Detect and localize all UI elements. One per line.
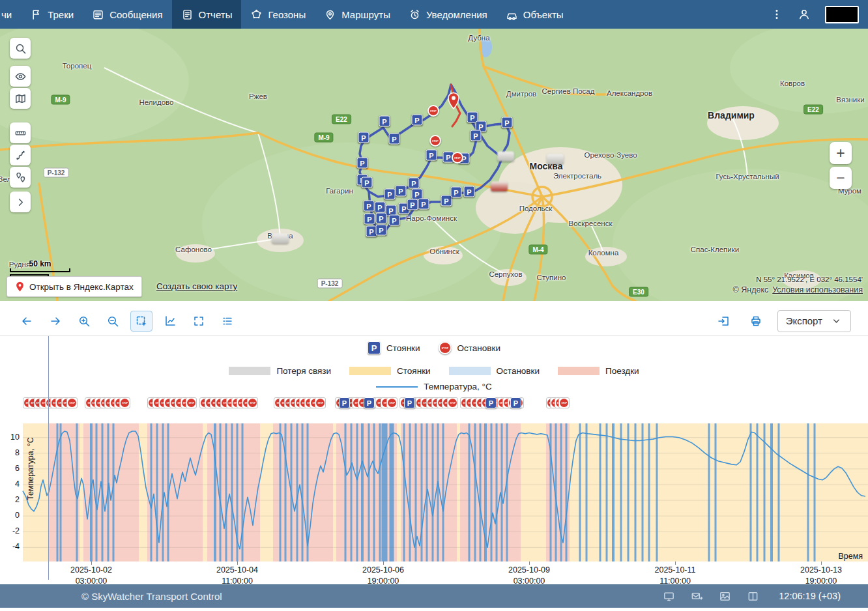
- nav-tab-Сообщения[interactable]: Сообщения: [83, 0, 171, 29]
- strip-parking-icon[interactable]: P: [339, 397, 350, 408]
- parking-marker[interactable]: P: [470, 130, 482, 141]
- map-city-label: Торопец: [63, 62, 92, 70]
- parking-marker[interactable]: P: [379, 116, 390, 127]
- parking-marker[interactable]: P: [426, 150, 437, 161]
- parking-marker[interactable]: P: [407, 199, 418, 210]
- map-zoom-in-button[interactable]: +: [830, 142, 852, 164]
- strip-stop-icon[interactable]: STOP: [247, 397, 258, 408]
- terminal-icon[interactable]: [663, 590, 675, 603]
- parking-marker[interactable]: P: [384, 189, 396, 200]
- parking-marker[interactable]: P: [389, 134, 400, 145]
- stop-marker[interactable]: STOP: [427, 105, 439, 117]
- strip-stop-icon[interactable]: STOP: [66, 397, 78, 408]
- legend-item: STOPОстановки: [439, 341, 500, 354]
- user-icon[interactable]: [798, 8, 811, 21]
- map[interactable]: ДубнаТоропецНелидовоРжевДмитровСергиев П…: [0, 29, 868, 301]
- parking-marker[interactable]: P: [357, 158, 368, 169]
- map-route-button[interactable]: [10, 145, 31, 165]
- parking-marker[interactable]: P: [451, 187, 462, 198]
- map-city-label: Ржев: [249, 92, 267, 100]
- y-tick-label: -4: [4, 542, 20, 551]
- strip-stop-icon[interactable]: STOP: [558, 397, 570, 408]
- parking-marker[interactable]: P: [358, 132, 369, 143]
- pan-left-button[interactable]: [16, 311, 38, 332]
- nav-tab-Отчеты[interactable]: Отчеты: [172, 0, 242, 29]
- open-in-yandex-maps-link[interactable]: Открыть в Яндекс.Картах: [7, 276, 142, 297]
- fit-screen-button[interactable]: [188, 311, 210, 332]
- vehicle-marker[interactable]: [272, 234, 289, 244]
- legend-temperature: Температура, °C: [0, 382, 868, 391]
- temperature-line-swatch: [376, 386, 418, 388]
- mail-export-icon[interactable]: [691, 590, 703, 603]
- parking-marker[interactable]: P: [396, 186, 407, 197]
- parking-marker[interactable]: P: [375, 202, 386, 213]
- export-button[interactable]: Экспорт: [777, 310, 851, 332]
- parking-marker[interactable]: P: [376, 213, 387, 224]
- terms-link[interactable]: Условия использования: [772, 285, 863, 294]
- map-city-label: Орехово-Зуево: [584, 151, 637, 159]
- nav-tab-Треки[interactable]: Треки: [21, 0, 83, 29]
- strip-stop-icon[interactable]: STOP: [315, 397, 326, 408]
- legend-label: Остановки: [457, 343, 500, 353]
- strip-parking-icon[interactable]: P: [364, 397, 375, 408]
- strip-stop-icon[interactable]: STOP: [186, 397, 197, 408]
- more-menu-icon[interactable]: [770, 8, 783, 21]
- vehicle-marker[interactable]: [491, 182, 508, 192]
- parking-marker[interactable]: P: [418, 199, 429, 210]
- stop-marker[interactable]: STOP: [452, 152, 463, 163]
- nav-right: [770, 6, 868, 23]
- nav-tab-чи[interactable]: чи: [0, 0, 21, 29]
- zoom-out-button[interactable]: [102, 311, 124, 332]
- strip-parking-icon[interactable]: P: [510, 397, 521, 408]
- nav-tab-Маршруты[interactable]: Маршруты: [315, 0, 399, 29]
- dock-panel-button[interactable]: [712, 311, 734, 332]
- legend-item: Потеря связи: [229, 366, 331, 376]
- parking-marker[interactable]: P: [364, 214, 375, 225]
- parking-marker[interactable]: P: [389, 215, 400, 226]
- parking-marker[interactable]: P: [364, 201, 375, 212]
- nav-tab-Объекты[interactable]: Объекты: [497, 0, 573, 29]
- table-view-button[interactable]: [216, 311, 239, 332]
- parking-marker[interactable]: P: [362, 177, 373, 188]
- split-view-icon[interactable]: [747, 590, 759, 603]
- nav-tab-Уведомления[interactable]: Уведомления: [399, 0, 497, 29]
- temperature-chart[interactable]: [0, 423, 868, 561]
- zoom-in-button[interactable]: [73, 311, 95, 332]
- legend-bands: Потеря связиСтоянкиОстановкиПоездки: [0, 366, 868, 376]
- create-map-link[interactable]: Создать свою карту: [156, 281, 237, 291]
- map-zoom-out-button[interactable]: −: [830, 167, 852, 189]
- strip-stop-icon[interactable]: STOP: [447, 397, 458, 408]
- map-layers-button[interactable]: [10, 88, 31, 109]
- parking-marker[interactable]: P: [412, 115, 423, 126]
- map-search-button[interactable]: [10, 38, 31, 59]
- chart-cursor-line[interactable]: [48, 336, 49, 580]
- parking-marker[interactable]: P: [376, 225, 387, 236]
- parking-marker[interactable]: P: [502, 117, 513, 128]
- strip-stop-icon[interactable]: STOP: [119, 397, 130, 408]
- footer-clock: 12:06:19 (+03): [779, 591, 841, 601]
- strip-parking-icon[interactable]: P: [404, 397, 415, 408]
- select-area-button[interactable]: [130, 311, 152, 332]
- legend-swatch: [229, 367, 270, 375]
- parking-marker[interactable]: P: [464, 186, 475, 197]
- print-button[interactable]: [745, 311, 767, 332]
- vehicle-marker[interactable]: [547, 154, 564, 164]
- image-icon[interactable]: [719, 590, 731, 603]
- map-markers-button[interactable]: [10, 167, 31, 188]
- strip-stop-icon[interactable]: STOP: [386, 397, 398, 408]
- vehicle-marker[interactable]: [497, 152, 514, 162]
- pan-right-button[interactable]: [44, 311, 66, 332]
- nav-tab-label: чи: [1, 9, 12, 20]
- strip-parking-icon[interactable]: P: [485, 397, 497, 408]
- parking-marker[interactable]: P: [409, 178, 420, 189]
- auto-scale-button[interactable]: [159, 311, 181, 332]
- custom-vehicle-pin[interactable]: [447, 91, 460, 112]
- map-panel-expand-button[interactable]: [10, 192, 31, 212]
- map-ruler-button[interactable]: [10, 122, 31, 143]
- account-name-redacted[interactable]: [825, 6, 859, 23]
- nav-tab-Геозоны[interactable]: Геозоны: [241, 0, 315, 29]
- nav-tab-label: Геозоны: [268, 9, 306, 20]
- stop-marker[interactable]: STOP: [429, 135, 441, 147]
- map-visibility-button[interactable]: [10, 66, 31, 87]
- footer: © SkyWatcher Transport Control 12:06:19 …: [0, 584, 868, 608]
